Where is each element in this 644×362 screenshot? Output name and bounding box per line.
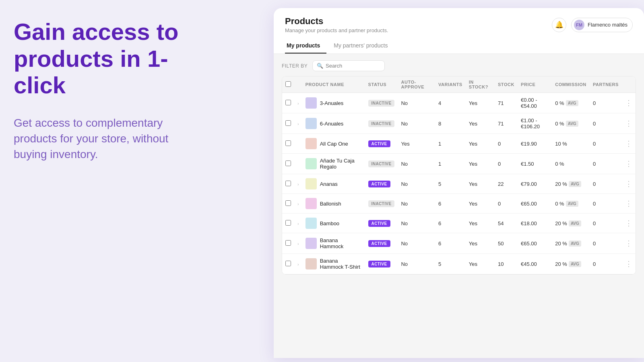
avg-badge: AVG xyxy=(566,100,578,106)
avg-badge: AVG xyxy=(566,201,578,207)
page-title-block: Products Manage your products and partne… xyxy=(285,16,388,33)
chevron-right-icon[interactable]: › xyxy=(297,221,299,226)
stock-cell: 71 xyxy=(495,113,518,134)
variants-cell: 8 xyxy=(435,113,466,134)
product-name: Bamboo xyxy=(320,220,339,226)
commission-cell: 20 %AVG xyxy=(552,254,590,274)
row-expand-cell[interactable]: › xyxy=(294,214,302,233)
product-name-cell: Banana Hammock xyxy=(302,233,365,254)
tab-my-products[interactable]: My products xyxy=(285,39,326,53)
row-checkbox[interactable] xyxy=(285,100,291,105)
row-checkbox[interactable] xyxy=(285,120,291,126)
row-checkbox[interactable] xyxy=(285,240,291,246)
user-name: Flamenco maltés xyxy=(588,22,627,28)
page-title: Products xyxy=(285,16,388,27)
auto-approve-cell: No xyxy=(398,93,435,113)
chevron-right-icon[interactable]: › xyxy=(297,202,299,206)
table-row: ›6-AnualesINACTIVENo8Yes71€1.00 - €106.2… xyxy=(282,113,636,134)
product-name: Banana Hammock T-Shirt xyxy=(320,258,362,270)
app-window: Products Manage your products and partne… xyxy=(274,8,644,358)
auto-approve-cell: No xyxy=(398,174,435,194)
row-expand-cell[interactable]: › xyxy=(294,174,302,194)
auto-approve-cell: No xyxy=(398,194,435,214)
in-stock-cell: Yes xyxy=(466,194,495,214)
more-actions-button[interactable]: ⋮ xyxy=(625,140,632,148)
auto-approve-cell: No xyxy=(398,254,435,274)
products-table: PRODUCT NAME STATUS AUTO-APPROVE VARIANT… xyxy=(282,76,636,274)
price-cell: €1.50 xyxy=(518,154,552,174)
more-actions-cell: ⋮ xyxy=(622,194,636,214)
user-badge[interactable]: FM Flamenco maltés xyxy=(571,18,633,32)
table-row: ›BallonishINACTIVENo6Yes0€65.000 %AVG0⋮ xyxy=(282,194,636,214)
col-actions xyxy=(622,76,636,93)
more-actions-button[interactable]: ⋮ xyxy=(625,160,632,168)
status-badge: INACTIVE xyxy=(368,160,395,167)
chevron-right-icon[interactable]: › xyxy=(297,241,299,246)
select-all-checkbox[interactable] xyxy=(285,81,291,87)
col-checkbox xyxy=(282,76,294,93)
tab-partners-products[interactable]: My partners' products xyxy=(332,39,394,53)
status-badge: ACTIVE xyxy=(368,181,390,187)
notification-button[interactable]: 🔔 xyxy=(552,18,566,32)
product-name: Ananas xyxy=(320,181,338,187)
product-name-cell: Ballonish xyxy=(302,194,365,214)
chevron-right-icon[interactable]: › xyxy=(297,182,299,187)
chevron-right-icon[interactable]: › xyxy=(297,101,299,106)
right-panel: Products Manage your products and partne… xyxy=(201,0,644,362)
more-actions-button[interactable]: ⋮ xyxy=(625,180,632,188)
commission-value: 0 % xyxy=(555,100,564,106)
more-actions-button[interactable]: ⋮ xyxy=(625,260,632,268)
row-checkbox[interactable] xyxy=(285,160,291,166)
row-expand-cell[interactable]: › xyxy=(294,194,302,214)
chevron-right-icon[interactable]: › xyxy=(297,121,299,126)
partners-cell: 0 xyxy=(590,154,622,174)
col-commission: COMMISSION xyxy=(552,76,590,93)
avg-badge: AVG xyxy=(569,261,581,267)
table-row: All Cap OneACTIVEYes1Yes0€19.9010 %0⋮ xyxy=(282,134,636,154)
row-expand-cell[interactable]: › xyxy=(294,233,302,254)
more-actions-cell: ⋮ xyxy=(622,134,636,154)
in-stock-cell: Yes xyxy=(466,93,495,113)
variants-cell: 6 xyxy=(435,194,466,214)
partners-cell: 0 xyxy=(590,134,622,154)
stock-cell: 54 xyxy=(495,214,518,233)
row-checkbox[interactable] xyxy=(285,200,291,206)
price-cell: €65.00 xyxy=(518,233,552,254)
product-thumbnail xyxy=(305,97,317,109)
chevron-right-icon[interactable]: › xyxy=(297,262,299,267)
variants-cell: 4 xyxy=(435,93,466,113)
table-row: Añade Tu Caja RegaloINACTIVENo1Yes0€1.50… xyxy=(282,154,636,174)
row-expand-cell[interactable]: › xyxy=(294,113,302,134)
status-cell: INACTIVE xyxy=(365,194,398,214)
commission-cell: 10 % xyxy=(552,134,590,154)
row-checkbox[interactable] xyxy=(285,140,291,146)
more-actions-button[interactable]: ⋮ xyxy=(625,219,632,227)
search-input[interactable] xyxy=(326,63,378,69)
product-thumbnail xyxy=(305,118,317,129)
row-expand-cell[interactable]: › xyxy=(294,254,302,274)
more-actions-button[interactable]: ⋮ xyxy=(625,119,632,128)
more-actions-button[interactable]: ⋮ xyxy=(625,200,632,208)
avg-badge: AVG xyxy=(569,241,581,247)
row-checkbox-cell xyxy=(282,93,294,113)
more-actions-cell: ⋮ xyxy=(622,174,636,194)
search-box[interactable]: 🔍 xyxy=(312,60,385,71)
product-name-cell: Bamboo xyxy=(302,214,365,233)
hero-title: Gain access to products in 1-click xyxy=(14,19,185,99)
row-checkbox[interactable] xyxy=(285,181,291,186)
row-checkbox[interactable] xyxy=(285,261,291,266)
stock-cell: 0 xyxy=(495,134,518,154)
row-checkbox-cell xyxy=(282,134,294,154)
status-cell: ACTIVE xyxy=(365,233,398,254)
partners-cell: 0 xyxy=(590,174,622,194)
commission-cell: 0 %AVG xyxy=(552,194,590,214)
commission-cell: 0 %AVG xyxy=(552,93,590,113)
more-actions-cell: ⋮ xyxy=(622,113,636,134)
more-actions-button[interactable]: ⋮ xyxy=(625,239,632,247)
commission-value: 20 % xyxy=(555,241,567,247)
in-stock-cell: Yes xyxy=(466,254,495,274)
row-expand-cell[interactable]: › xyxy=(294,93,302,113)
table-row: ›AnanasACTIVENo5Yes22€79.0020 %AVG0⋮ xyxy=(282,174,636,194)
row-checkbox[interactable] xyxy=(285,220,291,226)
more-actions-button[interactable]: ⋮ xyxy=(625,99,632,107)
